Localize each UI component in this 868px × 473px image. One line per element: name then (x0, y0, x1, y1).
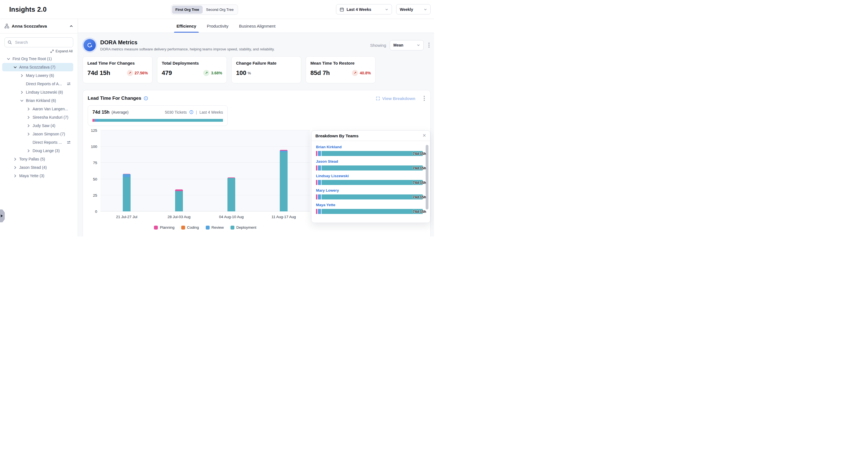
date-range-select[interactable]: Last 4 Weeks (336, 4, 392, 14)
sidebar-item-direct-reports-of-a[interactable]: Direct Reports of A... (2, 80, 73, 88)
view-breakdown-link[interactable]: View Breakdown (376, 96, 415, 101)
legend-item-planning[interactable]: Planning (154, 225, 175, 230)
showing-label: Showing (370, 43, 386, 48)
breakdown-bar: 74d 15h (316, 209, 423, 214)
sidebar-item-tony-pallas-5[interactable]: Tony Pallas (5) (2, 155, 73, 163)
trend-arrow-icon: ↗ (352, 70, 358, 76)
sidebar-item-doug-lange-3[interactable]: Doug Lange (3) (2, 147, 73, 155)
chevron-right-icon[interactable] (20, 91, 24, 94)
chevron-up-icon[interactable] (69, 24, 73, 28)
average-meta: 5030 Tickets | Last 4 Weeks (165, 110, 223, 115)
breakdown-value: 74d 15h (413, 209, 426, 214)
org-tree: First Org Tree Root (1)Anna Scozzafava (… (0, 55, 78, 180)
bar-04-aug-10-aug[interactable] (227, 177, 235, 211)
content: DORA Metrics DORA metrics measure softwa… (78, 33, 434, 237)
chevron-right-icon[interactable] (27, 116, 30, 119)
chevron-right-icon[interactable] (13, 157, 17, 161)
chart-legend: PlanningCodingReviewDeployment (100, 225, 310, 230)
sidebar-item-anna-scozzafava-7[interactable]: Anna Scozzafava (7) (2, 63, 73, 71)
top-bar-controls: Last 4 Weeks Weekly (336, 4, 431, 14)
breakdown-team-link[interactable]: Mary Lowery (316, 188, 423, 193)
sidebar-item-jason-simpson-7[interactable]: Jason Simpson (7) (2, 130, 73, 138)
sidebar-item-sireesha-kunduri-7[interactable]: Sireesha Kunduri (7) (2, 113, 73, 121)
granularity-value: Weekly (400, 7, 413, 12)
metric-card-lead-time-for-changes: Lead Time For Changes74d 15h↗27.56% (83, 56, 153, 83)
metric-card-value: 479 (162, 69, 172, 77)
legend-item-coding[interactable]: Coding (181, 225, 199, 230)
segment-planning (316, 195, 317, 200)
bar-11-aug-17-aug[interactable] (280, 150, 287, 211)
tree-item-label: Anna Scozzafava (7) (19, 65, 55, 69)
search-box (4, 37, 73, 47)
dora-kebab-menu[interactable] (427, 41, 431, 49)
avg-segment-deployment (98, 119, 223, 122)
trend-percent: 3.68% (211, 71, 222, 75)
segment-planning (316, 151, 317, 156)
breakdown-team-link[interactable]: Maya Yette (316, 203, 423, 207)
sidebar-item-aaron-van-langen[interactable]: Aaron Van Langen... (2, 105, 73, 113)
chevron-down-icon[interactable] (7, 57, 10, 61)
granularity-select[interactable]: Weekly (396, 4, 431, 14)
bar-28-jul-03-aug[interactable] (175, 189, 183, 211)
sidebar-item-direct-reports[interactable]: Direct Reports ... (2, 138, 73, 147)
metric-card-value: 74d 15h (87, 69, 110, 77)
trend-indicator: ↗27.56% (127, 70, 148, 76)
chevron-right-icon[interactable] (13, 166, 17, 169)
lead-time-header: Lead Time For Changes View Breakdown (88, 95, 426, 102)
sidebar-item-brian-kirkland-6[interactable]: Brian Kirkland (6) (2, 96, 73, 105)
breakdown-team-link[interactable]: Brian Kirkland (316, 145, 423, 149)
chevron-right-icon[interactable] (27, 124, 30, 127)
toggle-option-first-org-tree[interactable]: First Org Tree (172, 6, 203, 13)
trend-arrow-icon: ↗ (203, 70, 209, 76)
close-icon[interactable]: ✕ (423, 134, 426, 138)
expand-all-link[interactable]: Expand All (50, 49, 73, 53)
dora-description: DORA metrics measure software delivery p… (100, 47, 366, 51)
sidebar-item-jason-stead-4[interactable]: Jason Stead (4) (2, 163, 73, 172)
segment-planning (316, 180, 317, 185)
toggle-option-second-org-tree[interactable]: Second Org Tree (203, 6, 237, 13)
legend-item-review[interactable]: Review (206, 225, 224, 230)
sidebar-item-mary-lowery-6[interactable]: Mary Lowery (6) (2, 71, 73, 80)
filter-sliders-icon[interactable] (66, 82, 71, 86)
segment-deployment (321, 166, 423, 171)
info-icon[interactable] (189, 110, 193, 114)
search-input[interactable] (14, 40, 70, 45)
tab-efficiency[interactable]: Efficiency (176, 24, 197, 33)
chevron-right-icon[interactable] (27, 107, 30, 111)
info-icon[interactable] (144, 96, 148, 100)
tree-item-label: Aaron Van Langen... (33, 107, 68, 111)
aggregation-select[interactable]: Mean (390, 40, 424, 51)
average-range: Last 4 Weeks (199, 110, 223, 115)
filter-sliders-icon[interactable] (66, 140, 71, 145)
chevron-down-icon[interactable] (13, 65, 17, 69)
sidebar-item-first-org-tree-root-1[interactable]: First Org Tree Root (1) (2, 55, 73, 63)
segment-deployment (175, 191, 183, 211)
breakdown-team-link[interactable]: Lindsay Liszewski (316, 174, 423, 178)
segment-review (318, 151, 321, 156)
chevron-right-icon[interactable] (13, 174, 17, 178)
chevron-right-icon[interactable] (20, 74, 24, 78)
chevron-right-icon[interactable] (27, 149, 30, 153)
breakdown-row-brian-kirkland: Brian Kirkland74d 15h (316, 145, 423, 156)
sidebar-item-lindsay-liszewski-8[interactable]: Lindsay Liszewski (8) (2, 88, 73, 96)
trend-indicator: ↗3.68% (203, 70, 222, 76)
chevron-down-icon (385, 8, 389, 11)
metric-value-row: 100% (236, 69, 297, 77)
sidebar-item-judy-saw-4[interactable]: Judy Saw (4) (2, 121, 73, 130)
breakdown-bar: 74d 15h (316, 180, 423, 185)
chevron-right-icon[interactable] (27, 132, 30, 136)
tree-item-label: Jason Stead (4) (19, 165, 47, 170)
tab-business-alignment[interactable]: Business Alignment (238, 24, 276, 33)
legend-item-deployment[interactable]: Deployment (230, 225, 256, 230)
bar-21-jul-27-jul[interactable] (123, 174, 130, 211)
y-tick-label: 100 (91, 145, 97, 149)
tab-productivity[interactable]: Productivity (206, 24, 229, 33)
chevron-down-icon[interactable] (20, 99, 24, 102)
sidebar-item-maya-yette-3[interactable]: Maya Yette (3) (2, 172, 73, 180)
lead-time-card: Lead Time For Changes View Breakdown 74d… (83, 90, 431, 237)
segment-review (318, 209, 321, 214)
breakdown-team-link[interactable]: Jason Stead (316, 159, 423, 164)
lead-time-kebab-menu[interactable] (423, 95, 426, 102)
avg-segment-review (95, 119, 99, 122)
breakdown-header: Breakdown By Teams ✕ (311, 131, 430, 141)
